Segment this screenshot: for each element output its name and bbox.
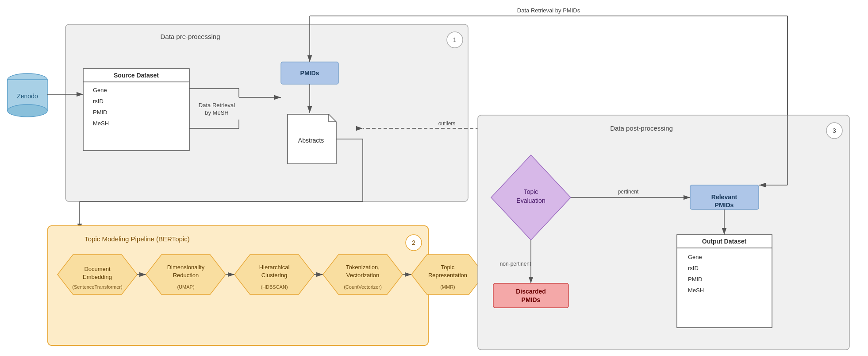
- pipeline-step5-sub: (MMR): [440, 284, 455, 290]
- source-field-mesh: MeSH: [93, 120, 109, 127]
- abstracts-label: Abstracts: [298, 137, 324, 144]
- pipeline-step4-label1: Tokenization,: [346, 264, 380, 271]
- pipeline-step2-sub: (UMAP): [177, 284, 194, 290]
- outliers-label: outliers: [438, 120, 456, 127]
- zenodo-label: Zenodo: [17, 93, 38, 100]
- section1-number: 1: [453, 36, 457, 43]
- discarded-pmids-box: [493, 283, 568, 308]
- non-pertinent-label: non-pertinent: [500, 261, 531, 267]
- pipeline-step2-label1: Dimensionality: [167, 264, 205, 271]
- output-dataset-label: Output Dataset: [702, 238, 747, 245]
- pertinent-label: pertinent: [618, 189, 639, 195]
- output-field-gene: Gene: [688, 254, 702, 260]
- output-field-rsid: rsID: [688, 265, 699, 271]
- source-field-gene: Gene: [93, 87, 107, 93]
- pipeline-step1-label1: Document: [84, 266, 111, 272]
- source-field-rsid: rsID: [93, 98, 104, 104]
- pipeline-step2-label2: Reduction: [173, 272, 199, 279]
- postprocessing-label: Data post-processing: [610, 124, 673, 132]
- pipeline-step5-label2: Representation: [428, 272, 467, 279]
- zenodo-bottom: [8, 104, 47, 117]
- section3-number: 3: [833, 127, 836, 134]
- section2-number: 2: [412, 239, 415, 246]
- data-retrieval-pmids-label: Data Retrieval by PMIDs: [517, 7, 580, 14]
- preprocessing-label: Data pre-processing: [160, 33, 220, 40]
- diagram-container: Data pre-processing 1 Zenodo Source Data…: [0, 0, 868, 356]
- discarded-pmids-label2: PMIDs: [522, 296, 541, 303]
- data-retrieval-mesh-label: Data Retrieval: [199, 102, 235, 108]
- pipeline-label: Topic Modeling Pipeline (BERTopic): [84, 235, 189, 243]
- source-dataset-label: Source Dataset: [114, 72, 159, 79]
- source-field-pmid: PMID: [93, 109, 108, 116]
- pipeline-step3-label2: Clustering: [261, 272, 288, 279]
- pipeline-step3-sub: (HDBSCAN): [261, 284, 288, 290]
- pipeline-step5-label1: Topic: [441, 264, 455, 271]
- topic-evaluation-label1: Topic: [524, 188, 538, 195]
- pipeline-step3-label1: Hierarchical: [259, 264, 290, 271]
- output-field-pmid: PMID: [688, 276, 703, 282]
- topic-evaluation-label2: Evaluation: [516, 197, 545, 204]
- pipeline-step1-sub: (SentenceTransformer): [72, 284, 122, 290]
- pipeline-step1-label2: Embedding: [83, 274, 112, 280]
- pipeline-step4-label2: Vectorization: [346, 272, 379, 279]
- output-field-mesh: MeSH: [688, 287, 704, 294]
- relevant-pmids-label: Relevant: [711, 193, 737, 201]
- discarded-pmids-label1: Discarded: [516, 288, 546, 295]
- pmids-label: PMIDs: [300, 70, 319, 77]
- relevant-pmids-label2: PMIDs: [715, 201, 734, 209]
- pipeline-step4-sub: (CountVectorizer): [344, 284, 382, 290]
- data-retrieval-mesh-label2: by MeSH: [205, 109, 228, 116]
